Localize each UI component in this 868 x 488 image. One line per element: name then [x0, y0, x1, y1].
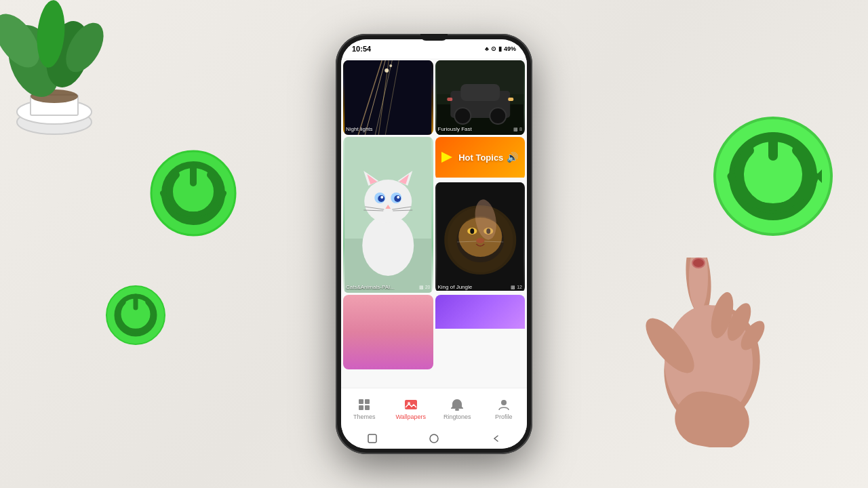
android-square-btn[interactable]: [367, 433, 378, 444]
hot-topics-text: Hot Topics: [458, 152, 503, 163]
bottom-navigation: Themes Wallpapers: [341, 388, 527, 428]
ringtones-icon: [450, 397, 465, 412]
svg-rect-66: [365, 399, 370, 404]
wallpaper-grid: Night lights: [341, 58, 527, 371]
ringtones-label: Ringtones: [443, 413, 471, 420]
scene: 10:54 ♣ ⊙ ▮ 49%: [0, 0, 868, 488]
wallpapers-label: Wallpapers: [395, 413, 426, 420]
cats-animals-label: Cats&Animals-PAI...: [346, 284, 395, 290]
svg-rect-68: [365, 405, 370, 410]
svg-point-85: [693, 259, 704, 267]
android-home-btn[interactable]: [429, 433, 439, 444]
wifi-icon: ⊙: [491, 45, 496, 52]
svg-point-45: [380, 196, 383, 199]
camera-notch: [420, 34, 448, 41]
svg-point-30: [490, 108, 506, 124]
svg-rect-73: [368, 434, 376, 443]
svg-point-23: [389, 64, 392, 67]
svg-point-72: [501, 400, 507, 405]
android-navigation: [341, 428, 527, 449]
nav-wallpapers[interactable]: Wallpapers: [388, 397, 435, 420]
hot-topics-icon: 🔊: [507, 152, 518, 163]
svg-rect-65: [359, 399, 363, 404]
power-icon-left-bottom: [105, 285, 166, 346]
king-of-jungle-label: King of Jungle: [438, 284, 473, 290]
purple-item[interactable]: [435, 295, 526, 369]
svg-rect-69: [405, 400, 417, 409]
svg-rect-67: [359, 405, 363, 410]
svg-point-74: [430, 434, 438, 443]
phone-screen: 10:54 ♣ ⊙ ▮ 49%: [341, 39, 527, 449]
bluetooth-icon: ♣: [485, 45, 489, 52]
furiously-fast-item[interactable]: Furiously Fast ▩ 8: [435, 60, 526, 135]
status-bar: 10:54 ♣ ⊙ ▮ 49%: [341, 39, 527, 58]
battery-icon: ▮: [498, 45, 502, 52]
hand-overlay: [610, 258, 814, 447]
svg-rect-31: [508, 98, 513, 101]
status-time: 10:54: [352, 45, 371, 53]
svg-point-35: [362, 215, 414, 276]
wallpapers-icon: [403, 397, 418, 412]
battery-percent: 49%: [504, 45, 516, 52]
content-area[interactable]: Night lights: [341, 58, 527, 388]
hot-topics-item[interactable]: Hot Topics 🔊: [435, 137, 526, 180]
svg-point-59: [470, 228, 474, 234]
furiously-fast-label: Furiously Fast: [438, 126, 472, 132]
nav-ringtones[interactable]: Ringtones: [434, 397, 481, 420]
svg-point-61: [476, 238, 484, 243]
themes-icon: [357, 397, 372, 412]
pink-item[interactable]: [343, 295, 433, 369]
power-icon-left-middle: [149, 149, 237, 237]
themes-label: Themes: [353, 413, 376, 420]
cats-animals-item[interactable]: Cats&Animals-PAI... ▩ 20: [343, 137, 433, 293]
profile-icon: [496, 397, 511, 412]
svg-marker-52: [441, 152, 452, 163]
power-icon-right: [712, 115, 834, 237]
svg-point-36: [364, 180, 412, 223]
android-back-btn[interactable]: [490, 433, 501, 444]
svg-point-22: [384, 68, 389, 73]
svg-rect-71: [455, 409, 459, 411]
phone-frame: 10:54 ♣ ⊙ ▮ 49%: [336, 34, 532, 454]
king-of-jungle-item[interactable]: King of Jungle ▩ 12: [435, 182, 526, 293]
night-lights-label: Night lights: [346, 126, 373, 132]
status-icons: ♣ ⊙ ▮ 49%: [485, 45, 516, 52]
nav-profile[interactable]: Profile: [481, 397, 528, 420]
phone-device: 10:54 ♣ ⊙ ▮ 49%: [336, 34, 532, 454]
profile-label: Profile: [495, 413, 513, 420]
svg-point-46: [397, 196, 399, 199]
svg-rect-32: [447, 98, 452, 101]
svg-rect-28: [460, 84, 500, 101]
svg-point-29: [454, 108, 471, 124]
night-lights-item[interactable]: Night lights: [343, 60, 433, 135]
nav-themes[interactable]: Themes: [341, 397, 388, 420]
plant-decoration: [0, 0, 129, 142]
